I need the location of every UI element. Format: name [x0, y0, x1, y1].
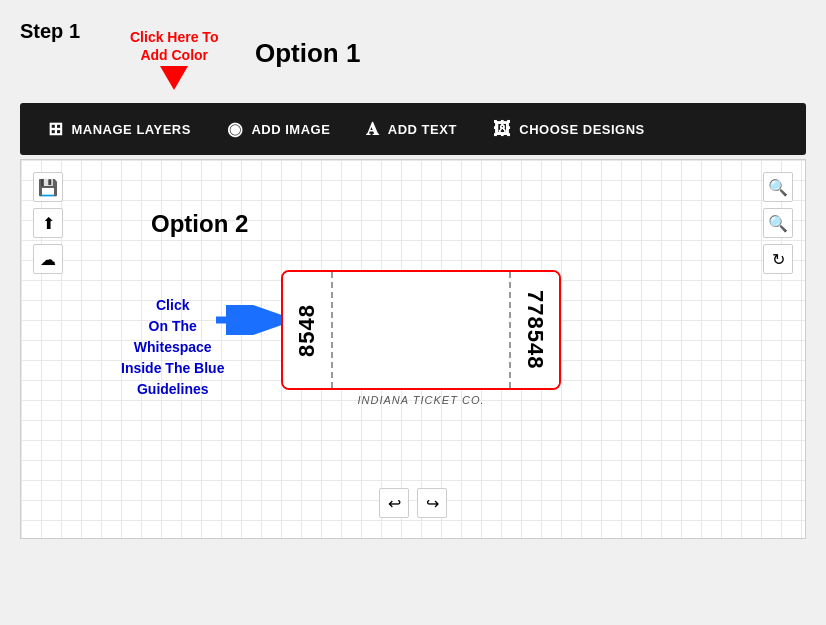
undo-button[interactable]: ↩ — [379, 488, 409, 518]
ticket-container: 8548 778548 INDIANA TICKET CO. — [281, 270, 561, 406]
canvas-area: 💾 ⬆ ☁ 🔍 🔍 ↻ Option 2 Click On The Whites… — [20, 159, 806, 539]
click-instruction: Click On The Whitespace Inside The Blue … — [121, 295, 224, 400]
zoom-in-button[interactable]: 🔍 — [763, 172, 793, 202]
refresh-button[interactable]: ↻ — [763, 244, 793, 274]
ticket-stub-right-text: 778548 — [522, 290, 548, 369]
redo-button[interactable]: ↪ — [417, 488, 447, 518]
ticket-footer: INDIANA TICKET CO. — [281, 394, 561, 406]
save-button[interactable]: 💾 — [33, 172, 63, 202]
option2-label: Option 2 — [151, 210, 248, 238]
layers-icon: ⊞ — [48, 118, 64, 140]
undo-redo-controls: ↩ ↪ — [379, 488, 447, 518]
toolbar-label-add-text: ADD TEXT — [388, 122, 457, 137]
option1-label: Option 1 — [255, 38, 360, 69]
ticket-left-stub: 8548 — [283, 272, 333, 388]
click-here-instruction: Click Here To Add Color — [130, 28, 218, 90]
red-arrow-down-icon — [160, 66, 188, 90]
toolbar: ⊞ MANAGE LAYERS ◉ ADD IMAGE 𝐀 ADD TEXT 🖼… — [20, 103, 806, 155]
upload-button[interactable]: ⬆ — [33, 208, 63, 238]
cloud-button[interactable]: ☁ — [33, 244, 63, 274]
ticket-stub-left-text: 8548 — [294, 304, 320, 357]
page-wrapper: Step 1 Click Here To Add Color Option 1 … — [0, 0, 826, 559]
zoom-out-button[interactable]: 🔍 — [763, 208, 793, 238]
toolbar-item-add-image[interactable]: ◉ ADD IMAGE — [209, 110, 348, 148]
toolbar-label-manage-layers: MANAGE LAYERS — [72, 122, 191, 137]
canvas-left-tools: 💾 ⬆ ☁ — [33, 172, 63, 274]
camera-icon: ◉ — [227, 118, 244, 140]
toolbar-label-add-image: ADD IMAGE — [251, 122, 330, 137]
text-icon: 𝐀 — [366, 119, 380, 140]
toolbar-item-choose-designs[interactable]: 🖼 CHOOSE DESIGNS — [475, 111, 663, 148]
toolbar-label-choose-designs: CHOOSE DESIGNS — [519, 122, 644, 137]
image-icon: 🖼 — [493, 119, 512, 140]
ticket-right-stub: 778548 — [509, 272, 559, 388]
ticket[interactable]: 8548 778548 — [281, 270, 561, 390]
toolbar-item-add-text[interactable]: 𝐀 ADD TEXT — [348, 111, 475, 148]
canvas-right-tools: 🔍 🔍 ↻ — [763, 172, 793, 274]
toolbar-item-manage-layers[interactable]: ⊞ MANAGE LAYERS — [30, 110, 209, 148]
ticket-main-area — [333, 272, 509, 388]
